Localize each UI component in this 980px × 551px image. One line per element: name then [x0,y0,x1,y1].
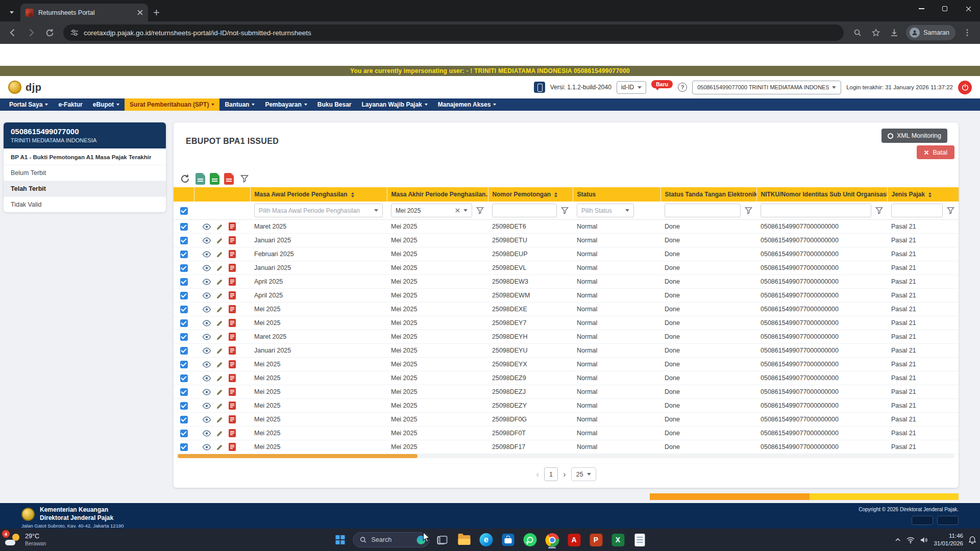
view-icon[interactable] [202,347,211,354]
view-icon[interactable] [202,416,211,423]
pdf-icon[interactable] [229,360,236,368]
new-tab-button[interactable] [153,9,160,16]
view-icon[interactable] [202,361,211,368]
zoom-search-icon[interactable] [849,24,866,41]
edit-icon[interactable] [216,292,223,299]
taskbar-search[interactable]: Search [353,532,430,547]
row-checkbox[interactable] [180,264,188,272]
nav-item[interactable]: Buku Besar [312,98,357,111]
row-checkbox[interactable] [180,237,188,244]
sort-icon[interactable] [351,192,354,197]
adobe-button[interactable]: A [565,531,583,549]
edit-icon[interactable] [216,444,223,450]
browser-menu-icon[interactable] [959,24,976,41]
window-minimize-button[interactable] [910,0,933,17]
taskbar-clock[interactable]: 11:46 31/01/2026 [934,532,963,547]
sidebar-item[interactable]: Belum Terbit [4,165,166,181]
edit-icon[interactable] [216,223,223,230]
pdf-icon[interactable] [229,236,236,244]
view-icon[interactable] [202,292,211,299]
forward-button[interactable] [22,24,40,41]
row-checkbox[interactable] [180,430,188,437]
cancel-button[interactable]: Batal [917,145,955,159]
filter-button[interactable] [238,172,251,185]
edit-icon[interactable] [216,265,223,271]
filter-ttd-input[interactable] [665,204,741,217]
page-number-button[interactable]: 1 [544,467,558,481]
edit-icon[interactable] [216,347,223,354]
edit-icon[interactable] [216,403,223,409]
view-icon[interactable] [202,389,211,395]
pdf-icon[interactable] [229,443,236,451]
row-checkbox[interactable] [180,361,188,368]
horizontal-scrollbar[interactable] [178,454,954,458]
row-checkbox[interactable] [180,402,188,410]
row-checkbox[interactable] [180,388,188,396]
footer-badge[interactable] [912,516,933,525]
sidebar-item[interactable]: Telah Terbit [4,181,166,196]
filter-nomor-input[interactable] [492,204,557,217]
edge-button[interactable]: e [477,531,496,549]
pdf-icon[interactable] [229,333,236,341]
notifications-icon[interactable] [969,536,976,544]
filter-masa-akhir-select[interactable]: Mei 2025 [391,204,472,217]
row-checkbox[interactable] [180,319,188,327]
pdf-icon[interactable] [229,319,236,327]
djp-logo[interactable]: djp [8,81,42,94]
clear-filter-icon[interactable] [455,208,460,213]
back-button[interactable] [4,24,21,41]
whatsapp-button[interactable] [521,531,540,549]
pdf-icon[interactable] [229,278,236,286]
pdf-icon[interactable] [229,346,236,355]
export-csv-button[interactable] [195,173,205,185]
nav-item[interactable]: Manajemen Akses [433,98,502,111]
select-all-checkbox[interactable] [180,207,188,215]
view-icon[interactable] [202,334,211,340]
row-checkbox[interactable] [180,251,188,258]
view-icon[interactable] [202,265,211,271]
view-icon[interactable] [202,375,211,382]
coretax-app-icon[interactable] [534,82,545,93]
pdf-icon[interactable] [229,374,236,382]
nav-item[interactable]: Layanan Wajib Pajak [357,98,433,111]
scrollbar-thumb[interactable] [178,454,418,458]
view-icon[interactable] [202,403,211,409]
pdf-icon[interactable] [229,429,236,437]
pdf-icon[interactable] [229,291,236,299]
filter-nitku-input[interactable] [761,204,871,217]
view-icon[interactable] [202,279,211,285]
view-icon[interactable] [202,430,211,437]
filter-masa-awal-select[interactable]: Pilih Masa Awal Periode Penghasilan [254,204,383,217]
next-page-button[interactable]: › [563,469,566,480]
row-checkbox[interactable] [180,416,188,423]
address-bar[interactable]: coretaxdjp.pajak.go.id/returnsheets-port… [63,24,844,41]
weather-widget[interactable]: 4 29°C Berawan [5,529,46,551]
export-excel-button[interactable] [210,173,219,185]
row-checkbox[interactable] [180,278,188,286]
downloads-icon[interactable] [886,24,903,41]
view-icon[interactable] [202,320,211,327]
language-select[interactable]: id-ID [617,81,646,94]
help-icon[interactable]: ? [678,83,687,92]
filter-icon[interactable] [561,207,569,214]
sort-icon[interactable] [554,192,557,197]
pdf-icon[interactable] [229,222,236,231]
bookmark-star-icon[interactable] [867,24,885,41]
tab-search-button[interactable] [5,6,18,19]
column-header[interactable]: Masa Akhir Periode Penghasilan... [387,187,488,202]
filter-jenis-input[interactable] [891,204,943,217]
edit-icon[interactable] [216,320,223,327]
edit-icon[interactable] [216,251,223,258]
view-icon[interactable] [202,444,211,450]
window-close-button[interactable] [957,0,980,17]
account-select[interactable]: 0508615499077000 TRINITI MEDIATAMA INDON… [692,81,841,94]
edit-icon[interactable] [216,430,223,437]
pdf-icon[interactable] [229,402,236,410]
reload-button[interactable] [41,24,58,41]
row-checkbox[interactable] [180,347,188,355]
pdf-icon[interactable] [229,305,236,313]
edit-icon[interactable] [216,334,223,340]
tray-expand-icon[interactable] [895,537,901,543]
wifi-icon[interactable] [906,537,915,543]
column-header[interactable]: Status [573,187,660,202]
